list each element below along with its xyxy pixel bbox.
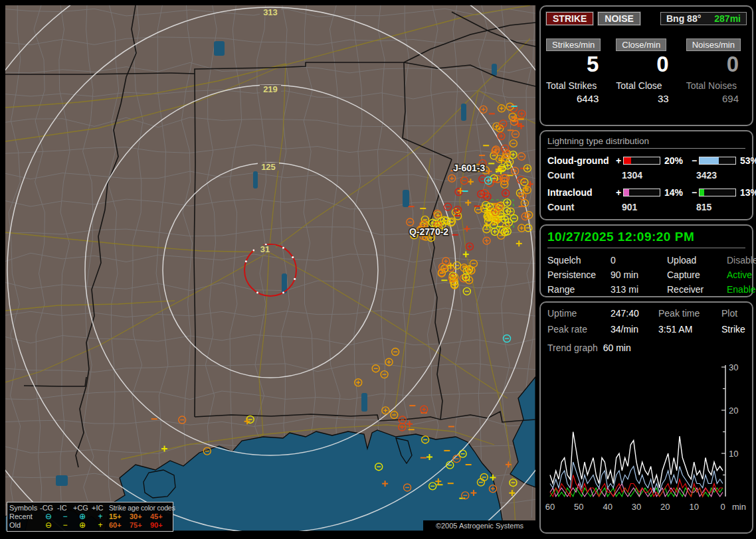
svg-text:20: 20 (660, 502, 670, 512)
minus-sign: − (690, 155, 699, 166)
svg-text:30: 30 (729, 362, 738, 372)
legend-header-symbols: Symbols (9, 504, 40, 512)
status-panel: 10/27/2025 12:09:20 PM Squelch 0 Upload … (539, 224, 753, 297)
neg-cg-count: 3423 (696, 170, 745, 181)
trend-graph-label: Trend graph (547, 343, 598, 353)
strikes-per-min-button[interactable]: Strikes/min (546, 38, 601, 51)
total-strikes-label: Total Strikes (546, 80, 607, 91)
svg-text:50: 50 (574, 502, 583, 512)
nexstorm-window: 31321912531J-601-3✓Q-2770-2 Symbols -CG … (0, 0, 756, 539)
age-45: 45+ (150, 512, 171, 521)
cloud-ground-counts: Count 1304 3423 (547, 170, 745, 181)
pos-cg-percent: 20% (660, 155, 690, 166)
age-90: 90+ (150, 521, 171, 530)
noises-per-min-value: 0 (686, 52, 747, 77)
neg-cg-bar (699, 157, 736, 165)
cloud-ground-row: Cloud-ground + 20% − 53% (547, 155, 745, 166)
plus-sign: + (614, 187, 623, 198)
total-noises-label: Total Noises (686, 80, 747, 91)
pos-ic-count: 901 (622, 202, 696, 212)
close-per-min-button[interactable]: Close/min (616, 38, 666, 51)
cloud-ground-label: Cloud-ground (547, 155, 614, 166)
svg-text:20: 20 (729, 406, 738, 416)
svg-text:10: 10 (689, 502, 698, 512)
upload-status: Disabled (727, 255, 756, 266)
distance-value: 287mi (714, 13, 741, 24)
pos-cg-count: 1304 (622, 170, 696, 181)
old-neg-ic-icon: − (57, 521, 73, 530)
age-75: 75+ (130, 521, 150, 530)
map-legend: Symbols -CG -IC +CG +IC Strike age color… (7, 502, 173, 532)
total-strikes-value: 6443 (546, 93, 607, 104)
svg-text:31: 31 (260, 244, 270, 254)
capture-label: Capture (667, 270, 727, 280)
upload-label: Upload (667, 255, 727, 266)
bearing-readout: Bng 88° 287mi (660, 12, 747, 25)
legend-age-title: Strike age color codes (109, 504, 171, 512)
old-pos-cg-icon: ⊕ (73, 521, 92, 530)
intracloud-row: Intracloud + 14% − 13% (547, 187, 745, 198)
plus-sign: + (614, 155, 623, 166)
range-value: 313 mi (611, 284, 667, 295)
svg-text:30: 30 (632, 502, 641, 512)
lightning-map[interactable]: 31321912531J-601-3✓Q-2770-2 Symbols -CG … (5, 5, 535, 531)
legend-recent-label: Recent (9, 512, 40, 521)
uptime-label: Uptime (547, 308, 611, 319)
capture-status: Active (727, 270, 756, 280)
strikes-per-min-value: 5 (546, 52, 607, 77)
plot-mode-value: Strike (721, 324, 745, 335)
neg-ic-percent: 13% (736, 187, 756, 198)
peak-time-value: 3:51 AM (658, 324, 721, 335)
age-15: 15+ (109, 512, 130, 521)
pos-cg-bar-fill (624, 157, 631, 164)
svg-text:219: 219 (263, 84, 278, 94)
intracloud-label: Intracloud (547, 187, 614, 198)
strikes-column: Strikes/min 5 Total Strikes 6443 (546, 38, 607, 104)
pos-ic-percent: 14% (660, 187, 690, 198)
total-noises-value: 694 (686, 93, 747, 104)
trend-graph-window: 60 min (603, 343, 631, 353)
intracloud-counts: Count 901 815 (547, 202, 745, 212)
copyright-notice: ©2005 Astrogenic Systems (423, 520, 536, 531)
peak-rate-label: Peak rate (547, 324, 611, 335)
uptime-value: 247:40 (611, 308, 658, 319)
pos-ic-bar (623, 189, 660, 196)
peak-rate-value: 34/min (611, 324, 658, 335)
distribution-panel: Lightning type distribution Cloud-ground… (539, 130, 753, 220)
noise-toggle-button[interactable]: NOISE (598, 12, 640, 25)
strike-toggle-button[interactable]: STRIKE (546, 12, 593, 25)
pos-cg-bar (623, 157, 660, 165)
age-30: 30+ (130, 512, 150, 521)
close-column: Close/min 0 Total Close 33 (616, 38, 676, 104)
neg-ic-bar-fill (700, 189, 704, 196)
trend-panel: Uptime 247:40 Peak time Plot Peak rate 3… (539, 301, 753, 534)
counters-panel: STRIKE NOISE Bng 88° 287mi Strikes/min 5… (539, 5, 753, 126)
count-label: Count (547, 170, 622, 181)
persistence-label: Persistence (547, 270, 611, 280)
svg-text:60: 60 (545, 502, 555, 512)
neg-ic-bar (699, 189, 736, 196)
neg-ic-count: 815 (696, 202, 745, 212)
svg-text:✓: ✓ (494, 165, 502, 175)
squelch-label: Squelch (547, 255, 611, 266)
bearing-value: Bng 88° (666, 13, 701, 24)
age-60: 60+ (109, 521, 130, 530)
svg-text:40: 40 (603, 502, 612, 512)
svg-text:313: 313 (263, 7, 278, 17)
receiver-label: Receiver (667, 284, 727, 295)
svg-text:Q-2770-2: Q-2770-2 (409, 226, 448, 237)
legend-old-label: Old (9, 521, 40, 530)
map-canvas[interactable]: 31321912531J-601-3✓Q-2770-2 (5, 5, 535, 531)
old-pos-ic-icon: + (92, 521, 109, 530)
close-per-min-value: 0 (616, 52, 676, 77)
datetime-display: 10/27/2025 12:09:20 PM (547, 230, 745, 248)
persistence-value: 90 min (611, 270, 667, 280)
pos-ic-bar-fill (624, 189, 629, 196)
peak-time-label: Peak time (658, 308, 721, 319)
plot-label: Plot (721, 308, 745, 319)
squelch-value: 0 (611, 255, 667, 266)
svg-text:10: 10 (729, 449, 738, 459)
receiver-status: Enabled (727, 284, 756, 295)
noises-per-min-button[interactable]: Noises/min (686, 38, 741, 51)
range-label: Range (547, 284, 611, 295)
